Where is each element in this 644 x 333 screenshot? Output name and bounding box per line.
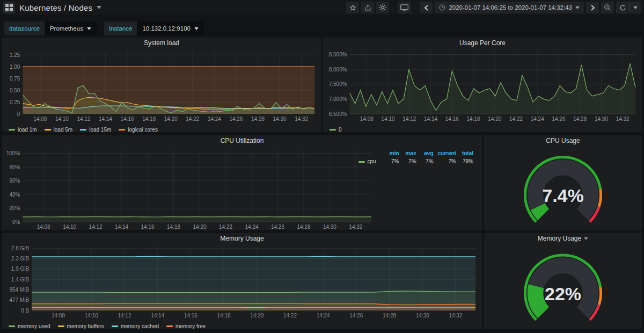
legend-item-load-5m[interactable]: load 5m	[45, 127, 73, 133]
variable-datasource-value-dropdown[interactable]: Prometheus	[45, 21, 97, 35]
x-axis-tick-label: 14:22	[283, 313, 297, 318]
star-dashboard-button[interactable]	[346, 2, 359, 13]
y-axis-tick-label: 7.500%	[329, 81, 347, 87]
dashboard-title-caret-icon[interactable]	[97, 6, 101, 9]
legend-item-memory-used[interactable]: memory used	[9, 323, 50, 329]
legend-item-load-1m[interactable]: load 1m	[9, 127, 37, 133]
x-axis-tick-label: 14:24	[317, 313, 330, 318]
x-axis-tick-label: 14:24	[208, 116, 221, 122]
star-icon	[349, 4, 356, 11]
gear-icon	[379, 4, 386, 11]
dashboard-title[interactable]: Kubernetes / Nodes	[19, 3, 92, 12]
clock-icon	[439, 4, 445, 11]
panel-title[interactable]: Usage Per Core	[323, 38, 642, 48]
refresh-interval-dropdown[interactable]	[630, 2, 641, 13]
legend-table-header-max[interactable]: max	[401, 149, 419, 157]
legend-item-memory-cached[interactable]: memory cached	[112, 323, 159, 329]
legend-color-swatch	[112, 325, 118, 327]
legend-color-swatch	[119, 129, 125, 131]
share-dashboard-button[interactable]	[361, 2, 374, 13]
time-range-picker[interactable]: 2020-01-07 14:06:25 to 2020-01-07 14:32:…	[435, 2, 584, 13]
x-axis-tick-label: 14:24	[531, 116, 544, 122]
x-axis-tick-label: 14:26	[271, 224, 284, 230]
dashboards-grid-icon[interactable]	[3, 2, 15, 13]
y-axis-tick-label: 954 MiB	[10, 287, 30, 293]
panel-title[interactable]: Memory Usage	[2, 233, 482, 244]
x-axis-tick-label: 14:14	[151, 313, 164, 318]
legend-series-name[interactable]: cpu	[356, 157, 384, 165]
legend-stat-value: 7%	[419, 157, 436, 165]
y-axis-tick-label: 8.500%	[329, 52, 347, 57]
x-axis-tick-label: 14:16	[141, 224, 155, 230]
refresh-dashboard-button[interactable]	[616, 2, 630, 13]
dashboard-settings-button[interactable]	[376, 2, 389, 13]
x-axis-tick-label: 14:08	[37, 224, 50, 230]
x-axis-tick-label: 14:20	[193, 224, 207, 230]
legend-table-row: cpu7%7%7%7%79%	[356, 157, 475, 165]
usage-per-core-chart[interactable]: 6.500%7.000%7.500%8.000%8.500%14:0814:10…	[326, 48, 639, 125]
system-load-chart[interactable]: 00.250.500.751.001.2514:0814:1014:1214:1…	[5, 48, 318, 125]
caret-down-icon	[194, 27, 199, 30]
cycle-view-mode-button[interactable]	[398, 2, 411, 13]
submenu-bar: datasource Prometheus Instance 10.132.0.…	[4, 21, 204, 35]
panel-title[interactable]: CPU Utilization	[2, 135, 482, 146]
memory-usage-chart[interactable]: 0 B477 MiB954 MiB1.4 GiB1.9 GiB2.3 GiB2.…	[5, 244, 479, 321]
y-axis-tick-label: 100%	[6, 150, 20, 156]
cpu-utilization-legend-table: minmaxavgcurrenttotalcpu7%7%7%7%79%	[356, 149, 475, 165]
variable-datasource-value: Prometheus	[50, 25, 83, 32]
x-axis-tick-label: 14:30	[595, 116, 608, 122]
y-axis-tick-label: 2.8 GiB	[11, 245, 30, 251]
y-axis-tick-label: 6.500%	[329, 111, 347, 117]
y-axis-tick-label: 60%	[9, 178, 20, 184]
legend-item-load-15m[interactable]: load 15m	[80, 127, 111, 133]
legend-table-header-avg[interactable]: avg	[419, 149, 436, 157]
time-range-forward-button[interactable]	[586, 2, 599, 13]
chevron-left-icon	[425, 5, 428, 11]
usage-per-core-legend: 0	[323, 125, 642, 134]
y-axis-tick-label: 80%	[9, 164, 20, 170]
y-axis-tick-label: 0	[17, 111, 20, 117]
legend-label: 0	[339, 127, 342, 133]
variable-instance-value-dropdown[interactable]: 10.132.0.12:9100	[137, 21, 204, 35]
legend-label: logical cores	[128, 127, 158, 133]
y-axis-tick-label: 1.00	[10, 64, 20, 70]
x-axis-tick-label: 14:18	[467, 116, 480, 122]
variable-datasource: datasource Prometheus	[4, 21, 97, 35]
legend-item-memory-free[interactable]: memory free	[166, 323, 206, 329]
panel-title[interactable]: System load	[2, 38, 321, 48]
legend-table-header-min[interactable]: min	[384, 149, 401, 157]
memory-usage-gauge: 22%	[484, 244, 642, 331]
y-axis-tick-label: 20%	[9, 205, 20, 211]
legend-table-header-total[interactable]: total	[458, 149, 475, 157]
x-axis-tick-label: 14:22	[219, 224, 232, 230]
panel-title-text: Memory Usage	[538, 235, 581, 242]
variable-instance-value: 10.132.0.12:9100	[142, 25, 191, 32]
y-axis-tick-label: 0.75	[10, 76, 20, 82]
panel-system-load: System load 00.250.500.751.001.2514:0814…	[2, 38, 321, 132]
legend-label: memory used	[18, 323, 50, 329]
legend-item-0[interactable]: 0	[330, 127, 342, 133]
y-axis-tick-label: 8.000%	[329, 67, 347, 73]
panel-title[interactable]: CPU Usage	[484, 135, 642, 146]
legend-color-swatch	[80, 129, 86, 131]
caret-down-icon	[584, 237, 588, 240]
panel-cpu-utilization: CPU Utilization 0%20%40%60%80%100%14:081…	[2, 135, 482, 230]
time-range-back-button[interactable]	[420, 2, 433, 13]
x-axis-tick-label: 14:12	[89, 224, 103, 230]
legend-item-logical-cores[interactable]: logical cores	[119, 127, 158, 133]
x-axis-tick-label: 14:16	[121, 116, 134, 122]
panel-title[interactable]: Memory Usage	[484, 233, 642, 244]
legend-label: memory buffers	[67, 323, 104, 329]
legend-color-swatch	[166, 325, 173, 327]
x-axis-tick-label: 14:10	[382, 116, 395, 122]
caret-down-icon	[575, 6, 580, 9]
legend-color-swatch	[9, 325, 15, 327]
x-axis-tick-label: 14:32	[295, 116, 308, 122]
legend-item-memory-buffers[interactable]: memory buffers	[58, 323, 104, 329]
legend-color-swatch	[45, 129, 51, 131]
zoom-out-time-button[interactable]	[601, 2, 614, 13]
y-axis-tick-label: 1.9 GiB	[11, 266, 30, 272]
gauge-value-text: 7.4%	[542, 185, 584, 206]
x-axis-tick-label: 14:28	[383, 313, 396, 318]
legend-table-header-current[interactable]: current	[436, 149, 458, 157]
